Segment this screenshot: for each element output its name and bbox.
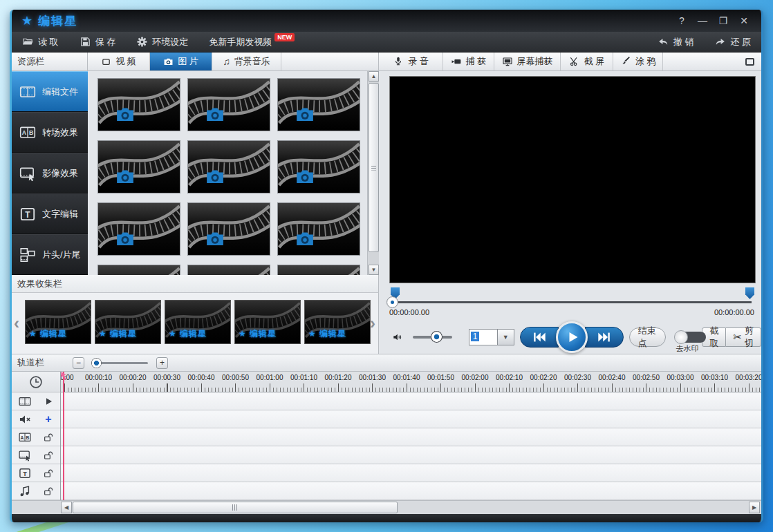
volume-knob[interactable] [431,331,443,343]
media-thumbnail[interactable] [187,265,270,275]
media-thumbnail[interactable] [187,140,270,193]
timeline-scrollbar[interactable]: ◀ ▶ [12,500,761,514]
redo-button[interactable]: 还 原 [704,36,761,48]
scroll-right-button[interactable]: ▶ [749,502,760,513]
timeline-ruler[interactable]: 0:0000:00:1000:00:2000:00:3000:00:4000:0… [61,372,761,392]
effect-thumbnail[interactable]: ★ 编辑星 [304,300,371,344]
media-thumbnail[interactable] [97,265,180,275]
sidebar-item-edit-files[interactable]: 编辑文件 [12,71,88,112]
screen-capture-button[interactable]: 屏幕捕获 [494,53,561,70]
scrollbar-thumb[interactable] [369,83,379,252]
volume-icon[interactable] [392,330,403,345]
transition-lane[interactable] [61,428,761,446]
end-point-button[interactable]: 结束点 [629,327,667,347]
effect-lane[interactable] [61,446,761,464]
tab-video[interactable]: 视 频 [88,53,150,70]
effect-thumbnail[interactable]: ★ 编辑星 [165,300,231,344]
screenshot-button[interactable]: 截 屏 [561,53,613,70]
media-thumbnail[interactable] [97,140,180,193]
play-icon [564,329,581,345]
scroll-up-button[interactable]: ▲ [369,71,379,82]
star-icon: ★ [21,13,34,28]
minimize-button[interactable]: — [695,15,710,26]
next-button[interactable] [585,327,624,348]
promo-button[interactable]: 免新手期发视频 NEW [198,32,306,52]
media-thumbnail[interactable] [187,202,270,256]
filmstrip-image [188,265,270,275]
media-thumbnail[interactable] [277,140,360,193]
ruler-label: 00:01:40 [393,374,420,381]
media-thumbnail[interactable] [277,202,360,256]
volume-slider[interactable] [413,336,452,339]
sidebar-item-video-effects[interactable]: 影像效果 [12,153,88,193]
sidebar: 编辑文件 转场效果 影像效果 文字编辑 片头/片尾 [12,71,88,275]
text-lane[interactable] [61,464,761,482]
grid-scrollbar[interactable]: ▲ ▼ [367,71,379,275]
audio-lane[interactable] [61,410,761,428]
folder-open-icon [22,36,34,48]
music-lane[interactable] [61,482,761,500]
close-button[interactable]: ✕ [736,15,752,26]
media-tabs: 视 频 图 片 ♫ 背景音乐 [88,53,379,71]
zoom-knob[interactable] [91,358,102,368]
seek-thumb[interactable] [386,296,398,308]
previous-button[interactable] [520,327,559,348]
ruler-label: 00:01:50 [427,374,454,381]
sidebar-item-transitions[interactable]: 转场效果 [12,112,88,153]
zoom-out-button[interactable]: − [73,357,84,369]
seek-track[interactable] [393,301,752,303]
chevron-down-icon[interactable]: ▼ [498,329,514,345]
speaker-mute-icon[interactable] [18,412,32,426]
play-icon[interactable] [43,396,54,407]
gear-icon [136,36,148,48]
effect-thumbnail[interactable]: ★ 编辑星 [95,300,161,344]
settings-button[interactable]: 环境设定 [126,32,198,52]
filmstrip-icon [19,83,37,101]
watermark-toggle[interactable]: 去水印 [676,332,706,343]
media-thumbnail[interactable] [187,78,270,131]
play-button[interactable] [556,321,588,353]
unlock-icon[interactable] [43,486,54,497]
sidebar-item-text-edit[interactable]: 文字编辑 [12,193,88,234]
tab-music[interactable]: ♫ 背景音乐 [212,53,281,70]
effect-thumbnail[interactable]: ★ 编辑星 [234,300,301,344]
scroll-down-button[interactable]: ▼ [369,265,379,275]
maximize-button[interactable]: ❐ [716,15,731,26]
unlock-icon[interactable] [43,468,54,479]
open-button[interactable]: 读 取 [12,32,69,52]
effects-prev-button[interactable]: ‹ [14,314,19,333]
track-header-audio: + [12,410,60,428]
save-button[interactable]: 保 存 [69,32,127,52]
scroll-left-button[interactable]: ◀ [61,502,72,513]
sidebar-item-intro-outro[interactable]: 片头/片尾 [12,234,88,275]
unlock-icon[interactable] [43,432,54,443]
new-badge: NEW [274,33,295,41]
help-button[interactable]: ? [674,15,689,26]
doodle-button[interactable]: 涂 鸦 [613,53,663,70]
playhead[interactable] [63,372,64,500]
media-thumbnail[interactable] [277,78,360,131]
player-controls: 1 ▼ 结束点 去水印 截 取 ✂ 剪 切 [385,321,761,354]
end-marker[interactable] [745,287,754,299]
current-timecode: 00:00:00.00 [389,308,429,316]
undo-button[interactable]: 撤 销 [647,36,705,48]
timeline-zoom-slider[interactable] [93,362,148,364]
record-audio-button[interactable]: 录 音 [379,53,443,70]
media-thumbnail[interactable] [97,78,180,131]
media-thumbnail[interactable] [277,265,360,275]
effects-next-button[interactable]: › [370,314,375,333]
tab-image[interactable]: 图 片 [150,53,212,70]
app-logo: ★ 编辑星 [12,13,77,29]
effect-thumbnail[interactable]: ★ 编辑星 [25,300,91,344]
counter-input[interactable]: 1 [469,329,498,345]
media-thumbnail[interactable] [97,202,180,256]
capture-button[interactable]: 捕 获 [443,53,494,70]
track-bar-title: 轨道栏 [12,357,73,369]
fullscreen-icon[interactable] [745,58,754,66]
cut-button[interactable]: ✂ 剪 切 [726,327,761,347]
unlock-icon[interactable] [43,450,54,461]
zoom-in-button[interactable]: + [156,357,168,369]
add-track-button[interactable]: + [38,413,59,426]
video-lane[interactable] [61,392,761,410]
scrollbar-thumb[interactable] [73,502,398,513]
